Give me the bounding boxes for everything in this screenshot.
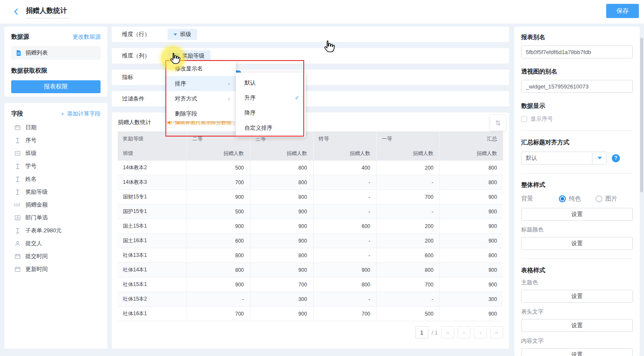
submenu-item-升序[interactable]: 升序✓ bbox=[236, 90, 305, 105]
chevron-down-icon bbox=[592, 152, 607, 164]
field-label: 班级 bbox=[25, 149, 37, 157]
value-cell: 800 bbox=[250, 248, 314, 262]
col-dimension-tag-label: 奖励等级 bbox=[182, 52, 204, 60]
value-cell: 300 bbox=[440, 292, 503, 306]
next-page-icon[interactable]: › bbox=[474, 326, 487, 338]
row-name-cell: 社体15本2 bbox=[118, 292, 187, 306]
field-label: 姓名 bbox=[25, 175, 37, 183]
value-cell: 500 bbox=[377, 307, 440, 321]
save-button[interactable]: 保存 bbox=[606, 4, 639, 18]
header-text-setting-button[interactable]: 设置 bbox=[521, 319, 633, 332]
row-dimension-label: 维度（行） bbox=[112, 30, 168, 38]
value-cell: 900 bbox=[250, 219, 314, 233]
field-item-更新时间[interactable]: 更新时间 bbox=[11, 263, 101, 276]
submenu-item-label: 默认 bbox=[244, 79, 256, 87]
bg-solid-radio[interactable]: 纯色 bbox=[559, 195, 581, 203]
menu-item-label: 对齐方式 bbox=[175, 95, 197, 103]
background-setting-button[interactable]: 设置 bbox=[521, 208, 633, 221]
background-label: 背景 bbox=[521, 195, 533, 203]
pivot-alias-input[interactable] bbox=[521, 80, 633, 93]
swap-sort-icon[interactable]: ⇅ bbox=[490, 115, 506, 131]
col-dimension-tag[interactable]: 奖励等级 bbox=[168, 50, 211, 61]
theme-color-label: 主题色 bbox=[521, 279, 633, 286]
divider bbox=[521, 259, 633, 259]
value-cell: 800 bbox=[250, 190, 314, 204]
submenu-item-自定义排序[interactable]: 自定义排序 bbox=[236, 120, 305, 135]
submenu-item-降序[interactable]: 降序 bbox=[236, 105, 305, 120]
row-name-cell: 国财15专1 bbox=[118, 190, 187, 204]
value-cell: - bbox=[187, 292, 250, 306]
value-cell: - bbox=[314, 190, 377, 204]
report-permission-button[interactable]: 报表权限 bbox=[11, 80, 101, 93]
field-label: 提交人 bbox=[25, 240, 42, 247]
form-document-icon bbox=[15, 50, 22, 56]
text-icon bbox=[14, 189, 21, 195]
svg-text:123: 123 bbox=[14, 203, 20, 207]
table-row: 14体教本2500800400200800 bbox=[118, 161, 503, 175]
field-item-姓名[interactable]: 姓名 bbox=[11, 173, 101, 186]
change-datasource-link[interactable]: 更改数据源 bbox=[73, 33, 101, 41]
checkbox-icon[interactable] bbox=[521, 116, 527, 122]
row-name-cell: 14体教本3 bbox=[118, 175, 187, 189]
number-icon: 123 bbox=[14, 202, 21, 207]
report-alias-input[interactable] bbox=[521, 46, 633, 58]
report-designer-page: { "colors": { "accent": "#3b9cf5", "warn… bbox=[0, 0, 644, 356]
add-calc-field-link[interactable]: ＋ 添加计算字段 bbox=[60, 110, 101, 118]
back-icon[interactable] bbox=[11, 6, 21, 17]
summary-align-select[interactable]: 默认 bbox=[521, 152, 607, 164]
value-cell: 900 bbox=[440, 277, 503, 292]
title-color-setting-button[interactable]: 设置 bbox=[521, 237, 633, 250]
report-alias-label: 报表别名 bbox=[521, 33, 633, 41]
value-cell: 600 bbox=[187, 234, 250, 248]
value-cell: - bbox=[314, 234, 377, 248]
content-text-setting-button[interactable]: 设置 bbox=[521, 348, 633, 356]
page-scrollbar[interactable] bbox=[640, 38, 643, 192]
first-page-icon[interactable]: « bbox=[441, 326, 454, 338]
field-item-提交人[interactable]: 提交人 bbox=[11, 237, 101, 250]
table-row: 社体15本1900700800700900 bbox=[118, 277, 503, 292]
bg-image-radio[interactable]: 图片 bbox=[595, 195, 617, 203]
prev-page-icon[interactable]: ‹ bbox=[458, 326, 470, 338]
table-row: 国土16本1600900-200900 bbox=[118, 234, 503, 248]
theme-color-setting-button[interactable]: 设置 bbox=[521, 290, 633, 303]
value-cell: 700 bbox=[377, 277, 440, 292]
text-icon bbox=[14, 228, 21, 234]
value-cell: 900 bbox=[250, 204, 314, 219]
field-item-提交时间[interactable]: 提交时间 bbox=[11, 250, 101, 263]
field-label: 更新时间 bbox=[25, 265, 48, 273]
calendar-icon bbox=[14, 253, 21, 259]
field-item-奖励等级[interactable]: 奖励等级 bbox=[11, 186, 101, 198]
value-cell: 900 bbox=[440, 263, 503, 277]
field-item-捐赠金额[interactable]: 123捐赠金额 bbox=[11, 198, 101, 211]
field-item-班级[interactable]: 班级 bbox=[11, 147, 101, 160]
last-page-icon[interactable]: » bbox=[490, 326, 503, 338]
measure-header-cell: 捐赠人数 bbox=[250, 146, 314, 161]
datasource-item[interactable]: 捐赠列表 bbox=[11, 46, 101, 60]
row-name-cell: 社体16本1 bbox=[118, 307, 187, 321]
row-dimension-tag[interactable]: 班级 bbox=[168, 29, 197, 40]
field-item-子表单.2980元[interactable]: 子表单.2980元 bbox=[11, 224, 101, 237]
field-item-序号[interactable]: 序号 bbox=[11, 134, 101, 147]
chevron-down-icon bbox=[174, 33, 177, 36]
value-cell: 800 bbox=[250, 175, 314, 189]
page-number-input[interactable]: 1 bbox=[415, 326, 428, 338]
select-icon bbox=[14, 150, 21, 156]
header-text-label: 表头文字 bbox=[521, 308, 633, 316]
field-label: 序号 bbox=[25, 137, 37, 144]
menu-item-修改显示名[interactable]: 修改显示名 bbox=[166, 61, 236, 76]
value-cell: - bbox=[314, 248, 377, 262]
field-label: 部门单选 bbox=[25, 214, 48, 222]
field-item-日期[interactable]: 日期 bbox=[11, 121, 101, 134]
measure-header-cell: 捐赠人数 bbox=[187, 146, 250, 161]
field-item-学号[interactable]: 学号 bbox=[11, 160, 101, 173]
menu-item-排序[interactable]: 排序› bbox=[166, 76, 236, 91]
row-name-cell: 社体15本1 bbox=[118, 277, 187, 292]
menu-item-对齐方式[interactable]: 对齐方式› bbox=[166, 91, 236, 106]
text-icon bbox=[14, 176, 21, 182]
show-index-checkbox-row[interactable]: 显示序号 bbox=[521, 115, 633, 123]
submenu-item-默认[interactable]: 默认 bbox=[236, 75, 305, 90]
help-icon[interactable]: ? bbox=[612, 154, 620, 162]
field-item-部门单选[interactable]: 部门单选 bbox=[11, 211, 101, 224]
value-cell: - bbox=[314, 204, 377, 219]
menu-item-删除字段[interactable]: 删除字段 bbox=[166, 106, 236, 121]
